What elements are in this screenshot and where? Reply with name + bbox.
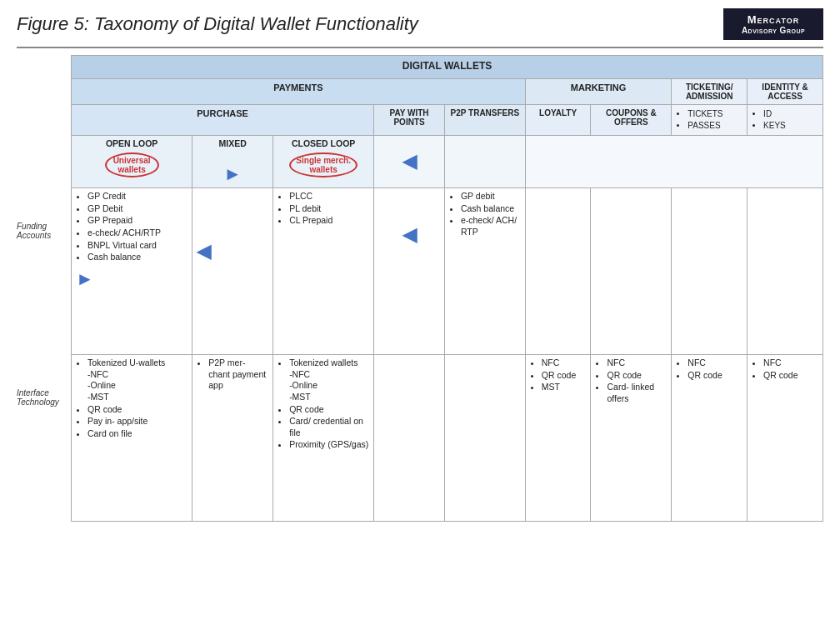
ol-fund-3: GP Prepaid xyxy=(88,215,188,227)
lo-int-3: MST xyxy=(542,382,587,393)
identity-cell: IDENTITY & ACCESS xyxy=(748,79,823,105)
mixed-label: MIXED xyxy=(197,138,268,148)
diagram-wrapper: Funding Accounts Interface Technology DI… xyxy=(17,55,823,522)
id-int-1: NFC xyxy=(763,358,818,369)
id-item-2: KEYS xyxy=(763,120,818,131)
closed-loop-label: CLOSED LOOP xyxy=(278,138,369,148)
marketing-cell: MARKETING xyxy=(525,79,672,105)
loyalty-funding-cell xyxy=(525,188,591,355)
closed-loop-funding-cell: PLCC PL debit CL Prepaid xyxy=(273,188,374,355)
arrow-left-mixed: ◀ xyxy=(197,241,211,262)
cl-fund-2: PL debit xyxy=(289,203,369,215)
cl-int-3: Card/ credential on file xyxy=(289,416,369,438)
closed-loop-interface-list: Tokenized wallets-NFC-Online-MST QR code… xyxy=(278,358,369,451)
co-int-2: QR code xyxy=(607,370,667,382)
figure-title: Figure 5: Taxonomy of Digital Wallet Fun… xyxy=(17,13,418,35)
header-divider xyxy=(17,47,823,48)
loyalty-interface-cell: NFC QR code MST xyxy=(525,355,591,522)
ol-fund-2: GP Debit xyxy=(88,203,188,215)
logo-tagline: Advisory Group xyxy=(733,26,813,35)
digital-wallets-row: DIGITAL WALLETS xyxy=(72,56,823,79)
open-loop-funding-list: GP Credit GP Debit GP Prepaid e-check/ A… xyxy=(76,191,188,263)
mixed-interface-cell: P2P mer- chant payment app xyxy=(192,355,273,522)
ol-int-2: QR code xyxy=(88,404,188,416)
mixed-interface-list: P2P mer- chant payment app xyxy=(197,358,268,392)
mx-int-1: P2P mer- chant payment app xyxy=(208,358,268,392)
ti-int-1: NFC xyxy=(688,358,742,369)
arrow-left-icon: ◀ xyxy=(402,151,417,172)
interface-label: Interface Technology xyxy=(17,322,71,488)
identity-funding-cell xyxy=(748,188,823,355)
lo-int-2: QR code xyxy=(542,370,587,382)
pay-with-points-cell: PAY WITH POINTS xyxy=(374,105,445,136)
p2p-funding-cell: GP debit Cash balance e-check/ ACH/ RTP xyxy=(444,188,525,355)
open-loop-arrow: ► xyxy=(76,268,188,290)
ti-int-2: QR code xyxy=(688,370,742,382)
coupons-interface-list: NFC QR code Card- linked offers xyxy=(595,358,667,405)
p2p-fund-1: GP debit xyxy=(461,191,521,202)
lo-int-1: NFC xyxy=(542,358,587,369)
id-int-2: QR code xyxy=(763,370,818,382)
loop-row: OPEN LOOP Universalwallets MIXED ► CLOSE… xyxy=(72,136,823,188)
cl-int-2: QR code xyxy=(289,404,369,416)
id-list: ID KEYS xyxy=(752,108,818,131)
open-loop-interface-cell: Tokenized U-wallets-NFC-Online-MST QR co… xyxy=(72,355,192,522)
payments-cell: PAYMENTS xyxy=(72,79,526,105)
coupons-funding-cell xyxy=(591,188,672,355)
digital-wallets-cell: DIGITAL WALLETS xyxy=(72,56,823,79)
p2p-cell: P2P TRANSFERS xyxy=(444,105,525,136)
mixed-funding-cell: ◀ xyxy=(192,188,273,355)
funding-row: GP Credit GP Debit GP Prepaid e-check/ A… xyxy=(72,188,823,355)
ticketing-interface-list: NFC QR code xyxy=(676,358,742,381)
tickets-item-2: PASSES xyxy=(688,120,742,131)
id-item-1: ID xyxy=(763,108,818,119)
single-merch-oval: Single merch.wallets xyxy=(278,151,369,179)
open-loop-interface-list: Tokenized U-wallets-NFC-Online-MST QR co… xyxy=(76,358,188,439)
remaining-loop xyxy=(525,136,822,188)
pay-with-points-loop: ◀ xyxy=(374,136,445,188)
ol-int-1: Tokenized U-wallets-NFC-Online-MST xyxy=(88,358,188,403)
coupons-cell: COUPONS & OFFERS xyxy=(591,105,672,136)
page-header: Figure 5: Taxonomy of Digital Wallet Fun… xyxy=(17,8,823,40)
closed-loop-header: CLOSED LOOP Single merch.wallets xyxy=(273,136,374,188)
open-loop-label: OPEN LOOP xyxy=(76,138,188,148)
payments-row: PAYMENTS MARKETING TICKETING/ ADMISSION … xyxy=(72,79,823,105)
cl-int-4: Proximity (GPS/gas) xyxy=(289,439,369,451)
ticketing-funding-cell xyxy=(672,188,748,355)
arrow-right-icon: ► xyxy=(223,163,242,185)
p2p-fund-2: Cash balance xyxy=(461,203,521,215)
identity-interface-cell: NFC QR code xyxy=(748,355,823,522)
ol-fund-1: GP Credit xyxy=(88,191,188,202)
side-labels: Funding Accounts Interface Technology xyxy=(17,55,71,488)
co-int-1: NFC xyxy=(607,358,667,369)
ol-fund-4: e-check/ ACH/RTP xyxy=(88,228,188,239)
logo-box: Mercator Advisory Group xyxy=(723,8,823,40)
ol-fund-6: Cash balance xyxy=(88,252,188,263)
ol-int-4: Card on file xyxy=(88,428,188,440)
tickets-item-1: TICKETS xyxy=(688,108,742,119)
logo-name: Mercator xyxy=(733,13,813,26)
p2p-fund-3: e-check/ ACH/ RTP xyxy=(461,215,521,238)
ticketing-cell: TICKETING/ ADMISSION xyxy=(672,79,748,105)
purchase-row: PURCHASE PAY WITH POINTS P2P TRANSFERS L… xyxy=(72,105,823,136)
arrow-left-points: ◀ xyxy=(402,224,417,246)
cl-fund-1: PLCC xyxy=(289,191,369,202)
p2p-interface-cell xyxy=(444,355,525,522)
id-cell: ID KEYS xyxy=(748,105,823,136)
closed-loop-funding-list: PLCC PL debit CL Prepaid xyxy=(278,191,369,227)
main-diagram-table: DIGITAL WALLETS PAYMENTS MARKETING TICKE… xyxy=(71,55,823,522)
ol-int-3: Pay in- app/site xyxy=(88,416,188,428)
ol-fund-5: BNPL Virtual card xyxy=(88,240,188,252)
loyalty-interface-list: NFC QR code MST xyxy=(530,358,587,393)
ticketing-interface-cell: NFC QR code xyxy=(672,355,748,522)
identity-interface-list: NFC QR code xyxy=(752,358,818,381)
pay-with-points-funding-cell: ◀ xyxy=(374,188,445,355)
tickets-cell: TICKETS PASSES xyxy=(672,105,748,136)
purchase-cell: PURCHASE xyxy=(72,105,374,136)
p2p-loop xyxy=(444,136,525,188)
cl-fund-3: CL Prepaid xyxy=(289,215,369,227)
open-loop-funding-cell: GP Credit GP Debit GP Prepaid e-check/ A… xyxy=(72,188,192,355)
closed-loop-interface-cell: Tokenized wallets-NFC-Online-MST QR code… xyxy=(273,355,374,522)
loyalty-cell: LOYALTY xyxy=(525,105,591,136)
p2p-funding-list: GP debit Cash balance e-check/ ACH/ RTP xyxy=(449,191,521,238)
